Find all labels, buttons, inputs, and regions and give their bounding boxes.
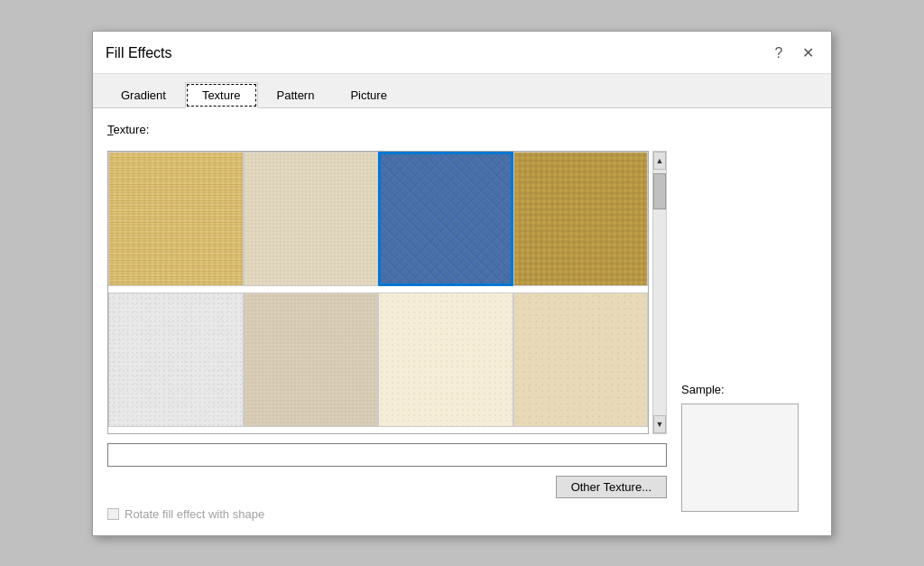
texture-burlap[interactable] [513,152,649,287]
texture-blue-weave[interactable] [378,152,513,287]
dialog-title: Fill Effects [106,45,172,61]
scroll-track [653,170,666,415]
dialog-body: Texture: ▲ [93,108,831,535]
texture-scrollbar[interactable]: ▲ ▼ [652,151,667,434]
texture-grid-wrapper: ▲ ▼ [107,151,667,434]
tab-texture[interactable]: Texture [185,82,258,108]
texture-section-label: Texture: [107,123,667,136]
other-texture-row: Other Texture... [107,476,667,498]
tab-gradient[interactable]: Gradient [104,82,183,108]
texture-name-input[interactable] [107,443,667,467]
help-button[interactable]: ? [766,41,791,66]
sample-label: Sample: [681,383,817,396]
title-buttons: ? ✕ [766,41,820,66]
right-panel: Sample: [681,123,817,521]
texture-linen2[interactable] [244,292,379,428]
rotate-checkbox-wrapper: Rotate fill effect with shape [107,507,264,521]
texture-white-noise[interactable] [108,292,244,428]
texture-linen1[interactable] [244,152,379,287]
tabs-bar: Gradient Texture Pattern Picture [93,74,831,108]
sample-box [681,404,799,512]
scroll-down-button[interactable]: ▼ [653,415,666,433]
left-panel: Texture: ▲ [107,123,667,521]
texture-wood[interactable] [108,152,244,287]
scroll-up-button[interactable]: ▲ [653,152,666,170]
fill-effects-dialog: Fill Effects ? ✕ Gradient Texture Patter… [92,31,832,536]
texture-grid [107,151,649,434]
other-texture-button[interactable]: Other Texture... [556,476,667,498]
tab-picture[interactable]: Picture [333,82,403,108]
rotate-checkbox [107,508,119,520]
tab-pattern[interactable]: Pattern [260,82,332,108]
rotate-label: Rotate fill effect with shape [125,507,264,521]
texture-cream[interactable] [378,292,513,428]
close-button[interactable]: ✕ [795,41,820,66]
title-bar: Fill Effects ? ✕ [93,32,831,74]
rotate-row: Rotate fill effect with shape [107,507,667,521]
scroll-thumb[interactable] [653,173,666,209]
texture-parchment[interactable] [513,292,649,428]
